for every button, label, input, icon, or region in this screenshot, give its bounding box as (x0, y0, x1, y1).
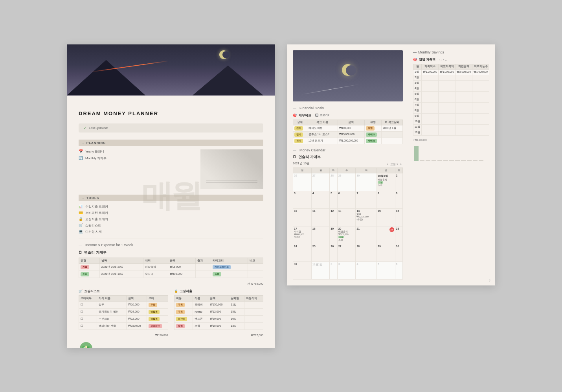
page-left: 💵 DREAM MONEY PLANNER ✓ Last updated: PL… (67, 44, 275, 348)
cal-cell: 30 (356, 173, 377, 191)
calendar-month: 2021년 10월 (293, 162, 310, 166)
sv-cum (455, 86, 472, 91)
tool-income[interactable]: 📊 수입지출 트래커 (79, 204, 263, 209)
row-amount: ₩15,000 (168, 263, 195, 271)
row-amount: ₩800,000 (168, 271, 195, 278)
row-cat: 카카오페이로 (211, 263, 248, 271)
table-row: 5월 (413, 91, 489, 97)
sh-amt: ₩12,000 (127, 315, 147, 322)
goals-view-button[interactable]: 🔲 보보기▾ (315, 113, 329, 117)
calendar-week: 26 27 28 29 30 10월1일 배달음식그룹스비 2 (293, 173, 403, 191)
sh-tag: 쿠팡 (147, 301, 168, 308)
tool-spending-label: 소비패턴 트래커 (85, 211, 108, 215)
cal-cell: 30 (395, 244, 402, 261)
sv-target (439, 91, 455, 97)
sv-amt (422, 86, 439, 91)
kakeibo-table: 유형 날짜 내역 금액 출처 카테고리 비고 지출 2021년 10월 20일 … (79, 258, 263, 278)
tool-fixed-label: 고정지출 트래커 (85, 217, 108, 221)
bar-mar (426, 160, 430, 161)
calendar-nav-buttons: < 요일 ▾ > (386, 163, 403, 166)
cal-tue: 화 (330, 167, 337, 173)
list-item: ☐ 공기청정기 필터 ₩24,000 생활통 (79, 308, 168, 315)
sv-col-avail: 저축기능수 (472, 64, 489, 69)
nb-line-3 (206, 182, 257, 183)
fx-col-name: 이름 (193, 295, 208, 301)
sv-cum (455, 113, 472, 119)
fx-name: Netflix (193, 308, 208, 315)
next-month-button[interactable]: > (399, 163, 403, 166)
fx-day: 10일 (229, 315, 244, 322)
fx-day: 13일 (229, 322, 244, 329)
sv-amt (422, 102, 439, 108)
sv-avail (472, 86, 489, 91)
sv-target (439, 113, 455, 119)
bar-jan (414, 146, 419, 161)
sv-amt (422, 113, 439, 119)
prev-month-button[interactable]: < (386, 163, 389, 166)
savings-icon: 🎯 (413, 58, 417, 61)
sv-month: 6월 (413, 97, 422, 102)
monthly-link[interactable]: 🔄 Monthly 가계부 (79, 156, 195, 160)
cal-cell: 7 (356, 191, 377, 208)
cal-cell: 14 할당₩2,000,000(수입) (356, 208, 377, 226)
cal-cell: 11월1일 (311, 261, 329, 279)
page-number: ? (489, 279, 490, 282)
row-desc: 배달음식 (143, 263, 168, 271)
sv-avail (472, 102, 489, 108)
calendar-grid: 일 월 화 수 목 금 토 26 27 (293, 167, 403, 280)
sv-amt (422, 124, 439, 130)
yearly-link[interactable]: 📅 Yearly 플래너 (79, 149, 195, 154)
savings-section-title: — Monthly Savings (413, 50, 489, 54)
g-goal: 공휴소 1박 포스기 (307, 131, 338, 138)
table-row: 8월 (413, 108, 489, 113)
table-row: 1월 ₩1,200,000 ₩1,000,000 ₩2,000,000 ₩1,0… (413, 69, 489, 75)
table-row: 7월 (413, 102, 489, 108)
sv-month: 7월 (413, 102, 422, 108)
sv-target (439, 75, 455, 80)
g-amount: ₩100,000 (338, 125, 364, 131)
bar-nov (473, 160, 478, 161)
fixed-icon: 🔒 (79, 217, 83, 221)
tool-digital[interactable]: 💻 디커밍 시세 (79, 230, 263, 234)
sv-month: 2월 (413, 75, 422, 80)
sh-name: 수분크림 (97, 315, 127, 322)
bar-feb (420, 160, 424, 161)
sv-cum (455, 75, 472, 80)
cal-cell: 15 (377, 208, 395, 226)
fx-col-amt: 금액 (208, 295, 229, 301)
sh-check[interactable]: ☐ (79, 301, 97, 308)
pages-container: 💵 DREAM MONEY PLANNER ✓ Last updated: PL… (67, 44, 495, 348)
fx-type: 구독 (174, 301, 193, 308)
row-source (195, 271, 211, 278)
calendar-week: 3 4 5 6 7 8 9 (293, 191, 403, 208)
savings-tools[interactable]: ↑ ↓ ✓ … (439, 58, 447, 61)
sv-month: 10월 (413, 119, 422, 124)
bar-apr (432, 160, 436, 161)
sh-check[interactable]: ☐ (79, 308, 97, 315)
income-icon: 📊 (79, 204, 83, 208)
sv-amt (422, 91, 439, 97)
cal-event: 할당₩2,000,000(수입) (356, 213, 376, 221)
sv-amt (422, 130, 439, 135)
fx-auto (244, 322, 263, 329)
fx-auto (244, 301, 263, 308)
sv-cum (455, 97, 472, 102)
calendar-nav: 2021년 10월 < 요일 ▾ > (293, 162, 403, 167)
calendar-title: 🗒 면슬리 가계부 (293, 155, 403, 160)
table-row: 9월 (413, 113, 489, 119)
sh-check[interactable]: ☐ (79, 315, 97, 322)
fixed-total: ₩267,000 (174, 334, 264, 337)
last-updated-box: ✓ Last updated: (79, 123, 263, 133)
tool-shopping[interactable]: 🛒 쇼핑리스트 (79, 223, 263, 228)
tool-fixed[interactable]: 🔒 고정지출 트래커 (79, 217, 263, 221)
plane-trail (301, 84, 359, 94)
yearly-icon: 📅 (79, 149, 83, 153)
bar-dec (479, 160, 483, 161)
table-row: 수입 2021년 10월 18일 수익금 ₩800,000 농협 (79, 271, 263, 278)
row-type: 지출 (79, 263, 100, 271)
cal-cell: 27 (337, 244, 356, 261)
sh-check[interactable]: ☐ (79, 322, 97, 329)
cal-cell: 6 (395, 261, 402, 279)
today-cell: 22 (378, 227, 394, 232)
tool-spending[interactable]: 💳 소비패턴 트래커 (79, 211, 263, 215)
